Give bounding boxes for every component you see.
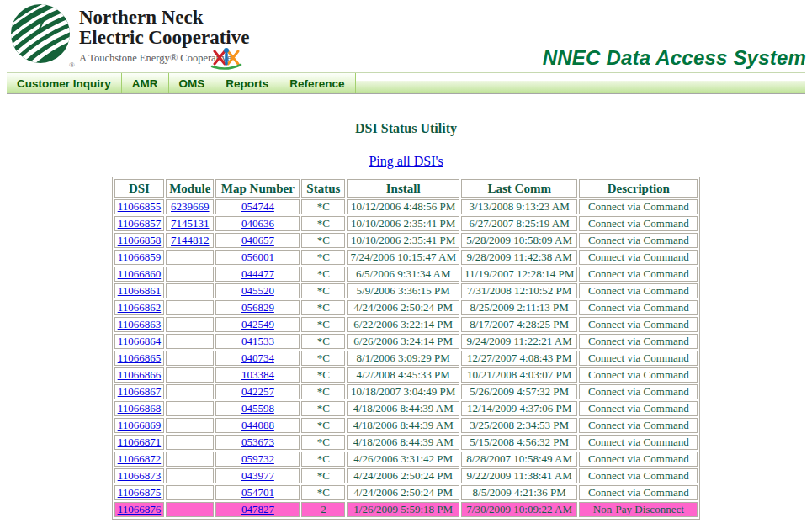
map-number-cell: 045520 [215, 283, 300, 298]
module-cell [166, 384, 214, 399]
map-number-link[interactable]: 040657 [241, 234, 274, 246]
module-cell [166, 267, 214, 282]
description-cell: Connect via Command [579, 351, 698, 366]
module-link[interactable]: 6239669 [171, 200, 210, 213]
map-number-link[interactable]: 054744 [241, 200, 274, 213]
map-number-cell: 054701 [215, 485, 300, 500]
table-row: 11066869 044088 *C 4/18/2006 8:44:39 AM … [114, 418, 698, 433]
dsi-link[interactable]: 11066858 [118, 234, 162, 246]
table-row: 11066867 042257 *C 10/18/2007 3:04:49 PM… [114, 384, 698, 399]
logo-tagline: A Touchstone Energy® Cooperative [79, 52, 232, 64]
description-cell: Connect via Command [579, 317, 698, 332]
module-cell [166, 418, 214, 433]
table-row: 11066855 6239669 054744 *C 10/12/2006 4:… [114, 199, 698, 214]
module-link[interactable]: 7145131 [171, 217, 210, 230]
table-row: 11066860 044477 *C 6/5/2006 9:31:34 AM 1… [114, 267, 698, 282]
dsi-link[interactable]: 11066876 [118, 503, 162, 515]
install-cell: 4/18/2006 8:44:39 AM [347, 401, 459, 416]
module-cell [166, 283, 214, 298]
map-number-cell: 053673 [215, 435, 300, 450]
map-number-link[interactable]: 040734 [241, 351, 274, 364]
menu-item-oms[interactable]: OMS [169, 73, 216, 93]
dsi-link[interactable]: 11066872 [118, 452, 162, 465]
module-link[interactable]: 7144812 [171, 234, 210, 246]
status-cell: *C [301, 334, 345, 349]
dsi-cell: 11066855 [114, 199, 165, 214]
install-cell: 4/24/2006 2:50:24 PM [347, 468, 459, 483]
table-row: 11066872 059732 *C 4/26/2006 3:31:42 PM … [114, 452, 698, 467]
map-number-link[interactable]: 054701 [241, 486, 274, 499]
menu-item-reports[interactable]: Reports [215, 73, 279, 93]
module-cell: 6239669 [166, 199, 214, 214]
map-number-link[interactable]: 045598 [241, 402, 274, 415]
dsi-link[interactable]: 11066855 [118, 200, 162, 213]
dsi-cell: 11066858 [114, 233, 165, 248]
menu-bar: Customer Inquiry AMR OMS Reports Referen… [7, 72, 805, 94]
dsi-link[interactable]: 11066862 [118, 301, 162, 314]
map-number-link[interactable]: 041533 [241, 335, 274, 347]
map-number-link[interactable]: 047827 [241, 503, 274, 515]
table-row: 11066863 042549 *C 6/22/2006 3:22:14 PM … [114, 317, 698, 332]
menu-item-reference[interactable]: Reference [279, 73, 355, 93]
install-cell: 10/12/2006 4:48:56 PM [347, 199, 459, 214]
install-cell: 6/5/2006 9:31:34 AM [347, 267, 459, 282]
dsi-link[interactable]: 11066859 [118, 251, 162, 263]
dsi-link[interactable]: 11066860 [118, 267, 162, 280]
dsi-cell: 11066873 [114, 468, 165, 483]
map-number-link[interactable]: 042257 [241, 385, 274, 398]
map-number-cell: 043977 [215, 468, 300, 483]
dsi-link[interactable]: 11066857 [118, 217, 162, 230]
map-number-cell: 041533 [215, 334, 300, 349]
status-cell: *C [301, 317, 345, 332]
module-cell [166, 367, 214, 383]
dsi-link[interactable]: 11066873 [118, 469, 162, 482]
map-number-cell: 047827 [215, 502, 300, 517]
dsi-link[interactable]: 11066864 [118, 335, 162, 347]
last-comm-cell: 8/25/2009 2:11:13 PM [461, 300, 577, 315]
description-cell: Connect via Command [579, 250, 698, 265]
last-comm-cell: 6/27/2007 8:25:19 AM [461, 216, 577, 231]
map-number-link[interactable]: 042549 [241, 318, 274, 330]
logo-line2: Electric Cooperative [79, 27, 249, 48]
map-number-link[interactable]: 053673 [241, 436, 274, 448]
ping-row: Ping all DSI's [0, 154, 812, 169]
status-cell: *C [301, 435, 345, 450]
map-number-link[interactable]: 103384 [241, 368, 274, 381]
menu-item-customer-inquiry[interactable]: Customer Inquiry [7, 73, 122, 93]
dsi-link[interactable]: 11066867 [118, 385, 162, 398]
last-comm-cell: 5/15/2008 4:56:32 PM [461, 435, 577, 450]
install-cell: 5/9/2006 3:36:15 PM [347, 283, 459, 298]
description-cell: Connect via Command [579, 435, 698, 450]
ping-all-dsis-link[interactable]: Ping all DSI's [369, 154, 443, 168]
dsi-link[interactable]: 11066871 [118, 436, 162, 448]
dsi-cell: 11066869 [114, 418, 165, 433]
module-cell: 7144812 [166, 233, 214, 248]
dsi-link[interactable]: 11066868 [118, 402, 162, 415]
menu-item-amr[interactable]: AMR [122, 73, 169, 93]
logo-line1: Northern Neck [79, 7, 204, 28]
dsi-cell: 11066860 [114, 267, 165, 282]
col-header-last-comm: Last Comm [461, 179, 577, 198]
map-number-link[interactable]: 056829 [241, 301, 274, 314]
dsi-cell: 11066857 [114, 216, 165, 231]
map-number-link[interactable]: 044088 [241, 419, 274, 431]
dsi-link[interactable]: 11066865 [118, 351, 162, 364]
map-number-link[interactable]: 045520 [241, 284, 274, 297]
last-comm-cell: 8/17/2007 4:28:25 PM [461, 317, 577, 332]
dsi-cell: 11066861 [114, 283, 165, 298]
status-cell: *C [301, 418, 345, 433]
dsi-link[interactable]: 11066869 [118, 419, 162, 431]
map-number-link[interactable]: 059732 [241, 452, 274, 465]
status-cell: *C [301, 485, 345, 500]
dsi-link[interactable]: 11066861 [118, 284, 162, 297]
dsi-link[interactable]: 11066866 [118, 368, 162, 381]
map-number-link[interactable]: 056001 [241, 251, 274, 263]
dsi-cell: 11066862 [114, 300, 165, 315]
table-row: 11066864 041533 *C 6/26/2006 3:24:14 PM … [114, 334, 698, 349]
map-number-cell: 042549 [215, 317, 300, 332]
map-number-link[interactable]: 044477 [241, 267, 274, 280]
map-number-link[interactable]: 043977 [241, 469, 274, 482]
dsi-link[interactable]: 11066875 [118, 486, 162, 499]
dsi-link[interactable]: 11066863 [118, 318, 162, 330]
map-number-link[interactable]: 040636 [241, 217, 274, 230]
